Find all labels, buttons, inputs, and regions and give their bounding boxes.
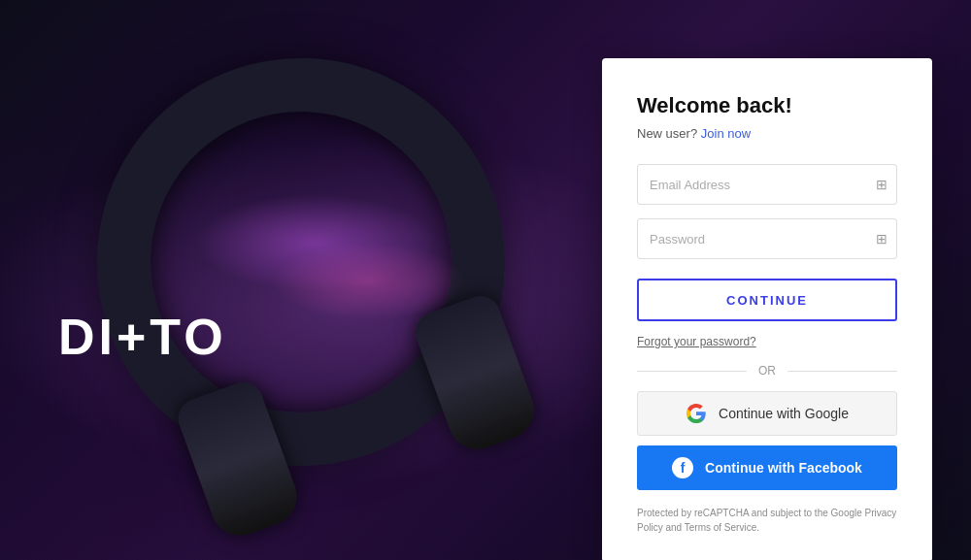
pink-glow	[272, 243, 466, 320]
or-line-left	[637, 371, 747, 372]
login-panel: Welcome back! New user? Join now ⊞ ⊞ CON…	[602, 58, 932, 560]
join-now-link[interactable]: Join now	[701, 126, 751, 141]
or-text: OR	[758, 364, 776, 378]
email-input[interactable]	[637, 164, 897, 205]
password-icon: ⊞	[876, 231, 887, 247]
password-group: ⊞	[637, 218, 897, 259]
facebook-button-label: Continue with Facebook	[705, 460, 862, 476]
new-user-prefix: New user?	[637, 126, 697, 141]
email-group: ⊞	[637, 164, 897, 205]
google-button-label: Continue with Google	[719, 406, 849, 421]
password-input[interactable]	[637, 218, 897, 259]
google-icon	[686, 403, 707, 424]
app-logo: DI+TO	[58, 308, 227, 366]
or-divider: OR	[637, 364, 897, 378]
facebook-button[interactable]: f Continue with Facebook	[637, 445, 897, 490]
forgot-password-link[interactable]: Forgot your password?	[637, 335, 897, 348]
continue-button[interactable]: CONTINUE	[637, 279, 897, 321]
new-user-prompt: New user? Join now	[637, 126, 897, 141]
or-line-right	[787, 371, 897, 372]
facebook-icon: f	[672, 457, 693, 478]
welcome-title: Welcome back!	[637, 93, 897, 118]
email-icon: ⊞	[876, 177, 887, 192]
recaptcha-text: Protected by reCAPTCHA and subject to th…	[637, 506, 897, 535]
google-button[interactable]: Continue with Google	[637, 391, 897, 436]
